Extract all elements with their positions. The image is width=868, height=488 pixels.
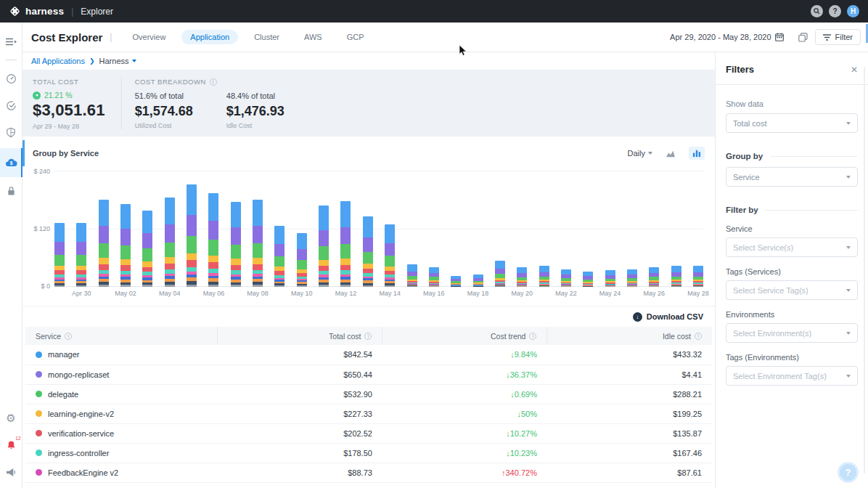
- column-header-idle-cost[interactable]: Idle cost: [547, 327, 712, 345]
- sidebar-item-secrets-icon[interactable]: [0, 180, 22, 202]
- download-csv-link[interactable]: Download CSV: [647, 312, 703, 321]
- segment-manager: [54, 223, 65, 242]
- service-color-dot: [36, 371, 42, 378]
- chart-bar-may-24[interactable]: [605, 270, 615, 287]
- table-row-mongo-replicaset[interactable]: mongo-replicaset$650.44↓36.37%$4.41: [25, 365, 712, 384]
- chart-bar-may-08[interactable]: [253, 200, 263, 287]
- column-header-cost-trend[interactable]: Cost trend: [382, 327, 547, 345]
- breadcrumb-all-applications[interactable]: All Applications: [31, 57, 85, 65]
- chart-bar-may-16[interactable]: [429, 267, 439, 287]
- chart-bar-may-19[interactable]: [495, 261, 505, 287]
- chart-bar-may-27[interactable]: [671, 266, 681, 287]
- tab-overview[interactable]: Overview: [123, 30, 174, 44]
- table-row-manager[interactable]: manager$842.54↓9.84%$433.32: [25, 345, 712, 365]
- segment-mongo-replicaset: [120, 229, 131, 245]
- breadcrumb-current-app[interactable]: Harness: [99, 57, 136, 65]
- table-row-verification-service[interactable]: verification-service$202.52↓10.27%$135.8…: [25, 423, 712, 443]
- segment-delegate: [253, 243, 263, 258]
- filter-select-service[interactable]: Select Service(s): [726, 237, 858, 257]
- x-tick-apr-29: [54, 290, 65, 300]
- cost-trend-value: ↓9.84%: [510, 350, 537, 359]
- x-tick-may-11: [319, 290, 329, 300]
- chart-bar-may-10[interactable]: [297, 233, 307, 287]
- chart-bar-apr-29[interactable]: [54, 223, 65, 287]
- info-icon[interactable]: [529, 333, 536, 340]
- segment-manager: [340, 201, 351, 227]
- chart-bar-may-15[interactable]: [407, 264, 417, 287]
- search-icon[interactable]: [811, 5, 823, 17]
- tab-application[interactable]: Application: [181, 30, 238, 44]
- chart-bar-may-28[interactable]: [693, 266, 703, 287]
- utilized-percent: 51.6% of total: [135, 92, 193, 100]
- table-row-feedbackengine-v2[interactable]: FeedbackEngine v2$88.73↑340.72%$87.61: [25, 463, 712, 482]
- group-by-select[interactable]: Service: [726, 167, 858, 187]
- service-name: learning-engine-v2: [48, 410, 114, 418]
- filter-select-tags-services-[interactable]: Select Service Tag(s): [726, 280, 858, 300]
- sidebar-item-verify-icon[interactable]: [0, 94, 22, 116]
- info-icon[interactable]: [695, 333, 702, 340]
- copy-icon[interactable]: [798, 33, 808, 42]
- chart-bar-may-21[interactable]: [539, 266, 549, 287]
- sidebar-item-dashboard-icon[interactable]: [0, 68, 22, 89]
- help-fab-button[interactable]: ?: [838, 462, 859, 483]
- table-row-learning-engine-v2[interactable]: learning-engine-v2$227.33↓50%$199.25: [25, 404, 712, 423]
- date-range-picker[interactable]: Apr 29, 2020 - May 28, 2020: [670, 33, 783, 41]
- chart-bar-may-12[interactable]: [340, 201, 351, 287]
- notifications-bell-icon[interactable]: 12: [0, 434, 22, 456]
- filter-button[interactable]: Filter: [815, 29, 861, 45]
- segment-manager: [693, 266, 703, 272]
- segment-manager: [407, 264, 417, 271]
- chart-bar-may-23[interactable]: [583, 272, 593, 287]
- interval-dropdown[interactable]: Daily: [628, 149, 652, 158]
- tab-cluster[interactable]: Cluster: [245, 30, 288, 44]
- collapse-menu-icon[interactable]: [0, 31, 22, 53]
- close-icon[interactable]: ✕: [851, 65, 858, 75]
- info-icon[interactable]: [65, 333, 72, 340]
- area-chart-toggle-icon[interactable]: [663, 147, 679, 160]
- sidebar-item-cost-explorer-icon[interactable]: $: [0, 148, 22, 177]
- table-row-delegate[interactable]: delegate$532.90↓0.69%$288.21: [25, 384, 712, 404]
- chart-bar-may-03[interactable]: [142, 211, 152, 287]
- filter-select-tags-environments-[interactable]: Select Environment Tag(s): [726, 366, 858, 386]
- segment-verification-service: [187, 260, 197, 267]
- chart-bar-may-17[interactable]: [451, 276, 461, 287]
- settings-gear-icon[interactable]: ⚙: [0, 407, 22, 429]
- info-icon[interactable]: [210, 78, 217, 86]
- chart-bar-may-09[interactable]: [274, 226, 284, 287]
- show-data-select[interactable]: Total cost: [726, 113, 858, 133]
- sidebar-item-security-icon[interactable]: [0, 121, 22, 143]
- segment-mongo-replicaset: [253, 226, 263, 243]
- chart-bar-may-04[interactable]: [165, 198, 175, 287]
- announcements-megaphone-icon[interactable]: [0, 461, 22, 483]
- tab-aws[interactable]: AWS: [295, 30, 331, 44]
- segment-learning-engine-v2: [208, 256, 218, 262]
- bar-chart-toggle-icon[interactable]: [689, 147, 705, 160]
- chart-bar-may-20[interactable]: [517, 267, 527, 287]
- avatar[interactable]: H: [847, 5, 859, 17]
- table-row-ingress-controller[interactable]: ingress-controller$178.50↓10.23%$167.46: [25, 443, 712, 463]
- chart-bar-may-11[interactable]: [319, 206, 329, 287]
- chart-bar-apr-30[interactable]: [76, 223, 86, 287]
- chart-bar-may-18[interactable]: [473, 274, 483, 287]
- column-header-service[interactable]: Service: [25, 327, 218, 345]
- service-name: verification-service: [48, 429, 114, 438]
- chart-bar-may-14[interactable]: [385, 224, 395, 287]
- chart-bar-may-22[interactable]: [561, 269, 571, 287]
- chart-bar-may-05[interactable]: [187, 184, 197, 287]
- chart-bar-may-02[interactable]: [120, 204, 131, 287]
- column-header-total-cost[interactable]: Total cost: [218, 327, 382, 345]
- chart-bar-may-01[interactable]: [99, 200, 109, 287]
- chart-bar-may-07[interactable]: [231, 202, 241, 287]
- chart-bar-may-25[interactable]: [627, 269, 637, 287]
- chart-bar-may-13[interactable]: [363, 216, 373, 287]
- total-cost-cell: $202.52: [218, 423, 382, 443]
- filter-select-environments[interactable]: Select Environment(s): [726, 323, 858, 343]
- info-icon[interactable]: [364, 333, 372, 340]
- panel-scrollbar[interactable]: [864, 67, 865, 473]
- help-icon[interactable]: ?: [829, 5, 841, 17]
- brand-name: harness: [25, 6, 64, 17]
- tab-gcp[interactable]: GCP: [338, 30, 373, 44]
- chart-accent-bar: [22, 140, 25, 166]
- chart-bar-may-06[interactable]: [208, 193, 218, 287]
- chart-bar-may-26[interactable]: [649, 267, 659, 287]
